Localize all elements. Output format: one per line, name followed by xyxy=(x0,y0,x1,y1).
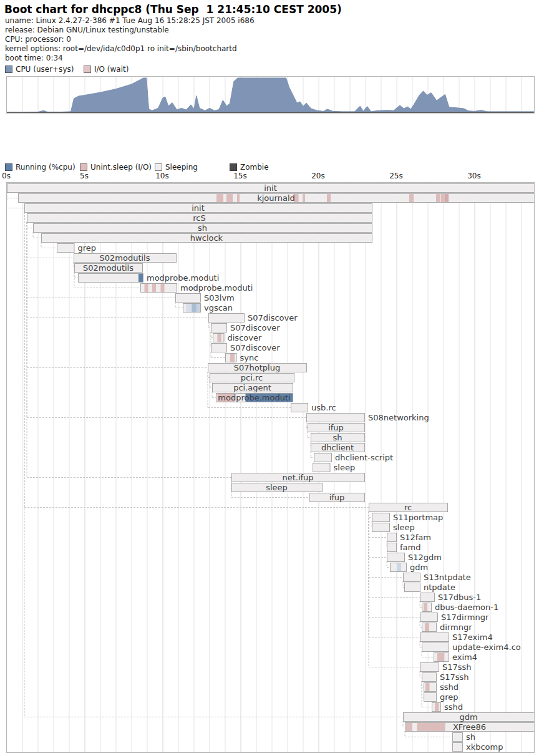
legend-label-unint-sleep: Unint.sleep (I/O) xyxy=(90,163,152,172)
time-tick-label: 15s xyxy=(233,172,247,180)
process-label: sh xyxy=(333,433,342,442)
process-label: sync xyxy=(240,353,259,362)
process-label: S17dbus-1 xyxy=(438,593,481,602)
time-tick-label: 25s xyxy=(389,172,403,180)
legend-item-unint-sleep: Unint.sleep (I/O) xyxy=(80,163,150,172)
time-tick-label: 5s xyxy=(80,172,89,180)
process-bar xyxy=(307,414,365,422)
process-label: famd xyxy=(400,543,420,552)
process-label: xkbcomp xyxy=(466,742,503,752)
process-bar xyxy=(422,673,437,682)
process-bar xyxy=(291,404,308,412)
process-label: S17dirmngr xyxy=(441,613,489,622)
time-tick-label: 30s xyxy=(467,172,481,180)
process-bar xyxy=(420,663,439,672)
process-bar-segment-io xyxy=(161,284,165,292)
process-label: dhclient xyxy=(321,443,354,452)
process-bar-segment-io xyxy=(216,194,223,202)
process-label: sh xyxy=(466,732,475,742)
process-bar xyxy=(79,274,143,283)
process-bar xyxy=(211,344,227,352)
process-label: sleep xyxy=(266,483,288,492)
process-bar xyxy=(372,513,390,522)
process-label: dhclient-script xyxy=(335,453,393,462)
info-line-kernel-options: kernel options: root=/dev/ida/c0d0p1 ro … xyxy=(5,44,237,53)
process-label: ntpdate xyxy=(424,583,455,592)
process-bar xyxy=(404,573,420,582)
process-label: S02modutils xyxy=(83,263,134,273)
time-axis: 0s5s10s15s20s25s30s xyxy=(6,172,533,180)
process-chart-svg: initkjournaldinitrcSshhwclockgrepS02modu… xyxy=(7,183,534,752)
cpu-legend-item-cpu: CPU (user+sys) xyxy=(5,65,79,74)
process-label: dbus-daemon-1 xyxy=(435,603,498,612)
cpu-legend: CPU (user+sys) I/O (wait) xyxy=(5,65,134,74)
process-bar xyxy=(314,453,332,462)
process-bar-segment-io xyxy=(441,194,445,202)
legend-item-zombie: Zombie xyxy=(230,163,269,172)
process-label: pci.rc xyxy=(241,373,263,382)
cpu-user-sys-swatch-icon xyxy=(5,65,12,73)
process-bar-segment-custom xyxy=(187,304,192,312)
bootchart-page: { "header": { "title": "Boot chart for d… xyxy=(0,0,539,756)
process-bar-segment-io xyxy=(230,354,235,362)
process-label: S11portmap xyxy=(393,513,443,522)
process-label: S07discover xyxy=(248,313,298,322)
process-label: grep xyxy=(78,243,97,253)
process-bar xyxy=(420,633,449,642)
process-bar xyxy=(422,643,449,652)
process-bar xyxy=(453,733,463,742)
process-bar-segment-run xyxy=(138,274,143,282)
process-bar xyxy=(387,543,397,552)
process-bar-segment-io xyxy=(237,194,240,202)
process-label: exim4 xyxy=(452,652,477,662)
process-label: modprobe.moduti xyxy=(147,273,219,283)
info-line-uname: uname: Linux 2.4.27-2-386 #1 Tue Aug 16 … xyxy=(5,16,255,25)
legend-item-sleeping: Sleeping xyxy=(155,163,225,172)
process-bar xyxy=(313,463,331,472)
process-bar xyxy=(57,244,75,253)
process-bar-segment-io xyxy=(424,603,427,611)
process-bar-segment-io xyxy=(406,723,412,731)
process-label: net.ifup xyxy=(282,473,313,482)
process-label: sleep xyxy=(334,463,356,472)
cpu-legend-label: I/O (wait) xyxy=(94,65,129,74)
process-bar-segment-io xyxy=(425,623,429,631)
process-label: S07discover xyxy=(230,323,280,332)
process-bar-segment-io xyxy=(218,334,221,342)
process-label: sh xyxy=(198,223,207,233)
process-label: S02modutils xyxy=(100,253,150,263)
process-bar xyxy=(211,324,227,332)
legend-label-running: Running (%cpu) xyxy=(16,163,75,172)
process-label: sshd xyxy=(440,682,459,692)
process-label: S13ntpdate xyxy=(424,573,471,582)
process-bar-segment-custom xyxy=(397,563,401,571)
process-bar-segment-io xyxy=(145,284,148,292)
process-bar-segment-io xyxy=(327,194,331,202)
info-line-boot-time: boot time: 0:34 xyxy=(5,54,63,62)
process-state-legend: Running (%cpu) Unint.sleep (I/O) Sleepin… xyxy=(5,163,274,172)
running-swatch-icon xyxy=(5,163,12,171)
process-bar-segment-io xyxy=(226,194,233,202)
info-line-cpu: CPU: processor: 0 xyxy=(5,35,71,44)
process-label: S17ssh xyxy=(440,672,469,682)
process-label: dirmngr xyxy=(440,623,472,632)
process-bar xyxy=(176,294,201,303)
process-label: S07discover xyxy=(230,343,280,352)
process-bar xyxy=(209,314,245,322)
process-label: grep xyxy=(440,692,459,702)
process-bar xyxy=(372,523,390,532)
time-tick-label: 0s xyxy=(2,172,11,180)
process-bar-segment-custom xyxy=(445,194,449,202)
process-label: S17exim4 xyxy=(452,632,493,642)
process-label: ifup xyxy=(329,493,345,502)
cpu-legend-label: CPU (user+sys) xyxy=(16,65,74,74)
process-label: vgscan xyxy=(204,303,233,313)
process-label: S12gdm xyxy=(408,553,442,562)
process-bar xyxy=(420,613,438,622)
process-bar-segment-custom xyxy=(197,304,200,312)
process-bar-segment-io xyxy=(409,194,414,202)
process-label: hwclock xyxy=(190,233,223,243)
process-label: update-exim4.co xyxy=(452,642,521,652)
process-bar-segment-io xyxy=(303,194,305,202)
process-bar xyxy=(405,583,420,592)
